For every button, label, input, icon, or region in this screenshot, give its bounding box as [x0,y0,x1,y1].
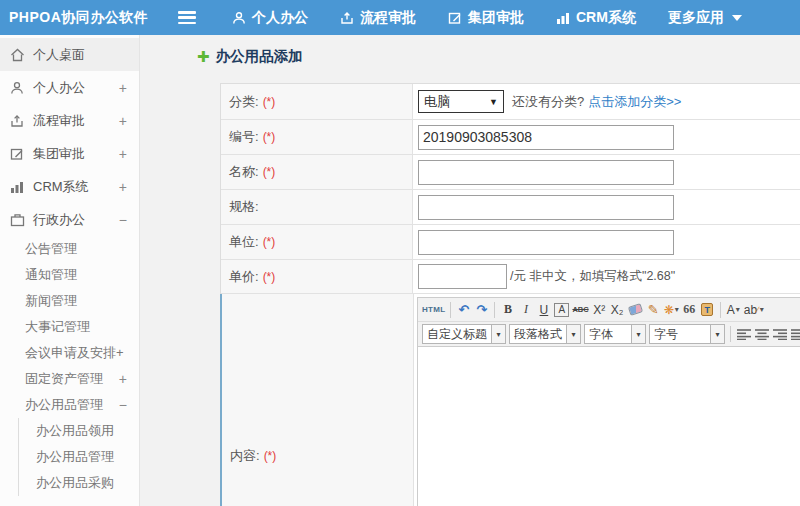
font-size-dropdown[interactable]: 字号▾ [649,324,725,344]
caret-down-icon: ▾ [631,325,645,343]
category-hint: 还没有分类? [512,93,584,111]
form-row-category: 分类: (*) 电脑 ▼ 还没有分类? 点击添加分类>> [221,84,800,120]
editor-toolbar-row2: 自定义标题▾ 段落格式▾ 字体▾ 字号▾ [418,322,800,347]
hamburger-menu-icon[interactable] [178,11,196,24]
underline-button[interactable]: U [536,301,551,319]
nav-more-apps[interactable]: 更多应用 [668,9,742,27]
collapse-icon[interactable]: − [119,397,127,413]
bold-button[interactable]: B [500,301,515,319]
superscript-button[interactable]: X² [592,301,607,319]
sidebar-item-notice-mgmt[interactable]: 通知管理 [0,262,139,288]
expand-icon[interactable]: + [119,179,127,195]
sidebar-item-supplies-purchase[interactable]: 办公用品采购 [19,470,139,496]
unit-input[interactable] [418,230,674,255]
select-caret-icon: ▼ [489,97,498,107]
paragraph-format-dropdown[interactable]: 段落格式▾ [509,324,581,344]
supplies-add-form: 分类: (*) 电脑 ▼ 还没有分类? 点击添加分类>> 编号: (*) 名称:… [220,83,800,506]
required-mark: (*) [263,165,276,179]
form-row-code: 编号: (*) [221,120,800,155]
collapse-icon[interactable]: − [119,212,127,228]
required-mark: (*) [263,270,276,284]
price-input[interactable] [418,264,507,289]
sidebar-item-fixed-assets[interactable]: 固定资产管理 + [0,366,139,392]
nav-personal-office[interactable]: 个人办公 [232,9,308,27]
form-row-content: 内容: (*) HTML ↶ ↷ B I U A ABC X² X₂ [220,294,800,506]
format-painter-brush-icon[interactable]: ✎ [646,301,661,319]
sidebar-item-admin-office[interactable]: 行政办公 − [0,203,139,236]
paste-as-text-icon[interactable]: T [700,301,715,319]
editor-content-area[interactable] [418,347,800,506]
caret-down-icon: ▾ [710,325,724,343]
align-center-icon[interactable] [754,325,769,343]
strikethrough-button[interactable]: ABC [572,301,588,319]
top-header: PHPOA协同办公软件 个人办公 流程审批 集团审批 CRM系统 更多应用 [0,0,800,35]
required-mark: (*) [263,130,276,144]
rich-text-editor: HTML ↶ ↷ B I U A ABC X² X₂ ✎ ❋▾ 66 T [417,297,800,506]
align-left-icon[interactable] [736,325,751,343]
bar-chart-icon [556,11,570,24]
code-input[interactable] [418,125,674,150]
editor-toolbar-row1: HTML ↶ ↷ B I U A ABC X² X₂ ✎ ❋▾ 66 T [418,298,800,322]
edit-note-icon [9,146,25,162]
caret-down-icon: ▾ [736,305,740,314]
sidebar-item-crm[interactable]: CRM系统 + [0,170,139,203]
add-category-link[interactable]: 点击添加分类>> [588,93,681,111]
caret-down-icon [732,15,742,21]
person-icon [9,80,25,96]
font-color-dropdown[interactable]: A▾ [726,301,741,319]
sidebar-item-events-mgmt[interactable]: 大事记管理 [0,314,139,340]
unit-label: 单位: [229,233,259,251]
nav-group-approval[interactable]: 集团审批 [448,9,524,27]
font-style-button[interactable]: A [554,303,569,317]
sidebar-item-personal-office[interactable]: 个人办公 + [0,71,139,104]
highlight-color-dropdown[interactable]: ab∕▾ [744,301,764,319]
code-label: 编号: [229,128,259,146]
sidebar-item-announcement-mgmt[interactable]: 公告管理 [0,236,139,262]
form-row-name: 名称: (*) [221,155,800,190]
home-icon [9,47,25,63]
flow-arrow-icon [340,11,354,25]
form-row-spec: 规格: [221,190,800,225]
category-select[interactable]: 电脑 ▼ [418,90,504,113]
form-row-unit: 单位: (*) [221,225,800,260]
expand-icon[interactable]: + [119,113,127,129]
edit-note-icon [448,11,462,25]
add-plus-icon: ✚ [197,49,210,64]
spec-input[interactable] [418,195,674,220]
category-label: 分类: [229,93,259,111]
name-input[interactable] [418,160,674,185]
sidebar-item-office-supplies-mgmt[interactable]: 办公用品管理 − [0,392,139,418]
office-supplies-submenu: 办公用品领用 办公用品管理 办公用品采购 [18,418,139,496]
required-mark: (*) [264,449,277,463]
blockquote-button[interactable]: 66 [682,301,697,319]
undo-icon[interactable]: ↶ [456,301,471,319]
app-logo: PHPOA协同办公软件 [0,9,178,27]
html-source-button[interactable]: HTML [422,301,445,319]
expand-icon[interactable]: + [119,146,127,162]
expand-icon[interactable]: + [119,371,127,387]
nav-crm-system[interactable]: CRM系统 [556,9,636,27]
sidebar-item-desktop[interactable]: 个人桌面 [0,38,139,71]
flow-arrow-icon [9,113,25,129]
remove-format-eraser-icon[interactable] [628,301,643,319]
bar-chart-icon [9,179,25,195]
sidebar-item-supplies-manage[interactable]: 办公用品管理 [19,444,139,470]
italic-button[interactable]: I [518,301,533,319]
required-mark: (*) [263,235,276,249]
sidebar-item-news-mgmt[interactable]: 新闻管理 [0,288,139,314]
align-right-icon[interactable] [772,325,787,343]
sidebar-item-group-approval[interactable]: 集团审批 + [0,137,139,170]
sidebar-item-workflow-approval[interactable]: 流程审批 + [0,104,139,137]
nav-workflow-approval[interactable]: 流程审批 [340,9,416,27]
subscript-button[interactable]: X₂ [610,301,625,319]
content-label: 内容: [230,447,260,465]
caret-down-icon: ▾ [566,325,580,343]
sidebar-item-meeting-mgmt[interactable]: 会议申请及安排+ [0,340,139,366]
font-family-dropdown[interactable]: 字体▾ [584,324,646,344]
align-justify-icon[interactable] [790,325,800,343]
redo-icon[interactable]: ↷ [474,301,489,319]
heading-style-dropdown[interactable]: 自定义标题▾ [422,324,506,344]
clear-style-dropdown[interactable]: ❋▾ [664,301,679,319]
sidebar-item-supplies-claim[interactable]: 办公用品领用 [19,418,139,444]
expand-icon[interactable]: + [119,80,127,96]
